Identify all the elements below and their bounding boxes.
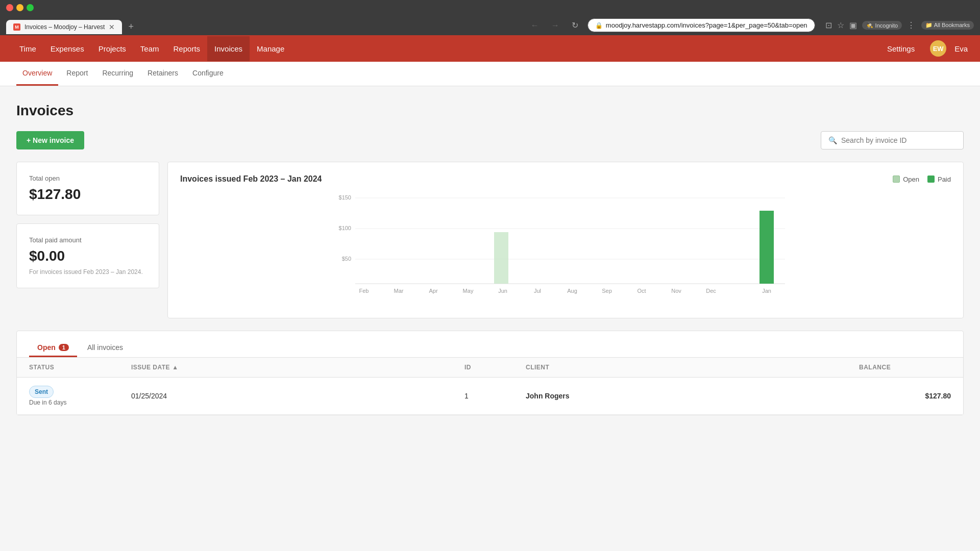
search-box[interactable]: 🔍 bbox=[821, 131, 964, 149]
total-open-value: $127.80 bbox=[29, 186, 146, 203]
nav-invoices[interactable]: Invoices bbox=[207, 36, 250, 61]
legend-open: Open bbox=[893, 176, 919, 183]
svg-text:Sep: Sep bbox=[602, 288, 612, 294]
nav-time[interactable]: Time bbox=[12, 36, 43, 61]
table-row[interactable]: Sent Due in 6 days 01/25/2024 1 John Rog… bbox=[17, 378, 963, 415]
address-bar[interactable]: 🔒 moodjoy.harvestapp.com/invoices?page=1… bbox=[587, 18, 815, 32]
chart-title: Invoices issued Feb 2023 – Jan 2024 bbox=[180, 174, 322, 184]
reload-button[interactable]: ↻ bbox=[569, 18, 581, 32]
active-browser-tab[interactable]: M Invoices – Moodjoy – Harvest ✕ bbox=[6, 20, 122, 34]
settings-link[interactable]: Settings bbox=[880, 36, 922, 61]
subnav-overview[interactable]: Overview bbox=[16, 62, 58, 86]
nav-manage[interactable]: Manage bbox=[250, 36, 291, 61]
svg-text:Jul: Jul bbox=[534, 288, 541, 294]
col-balance: Balance bbox=[859, 364, 951, 371]
app-nav: Time Expenses Projects Team Reports Invo… bbox=[0, 35, 980, 62]
client-name: John Rogers bbox=[526, 392, 570, 400]
col-client: Client bbox=[526, 364, 859, 371]
page-title: Invoices bbox=[16, 103, 964, 119]
invoices-tabs-row: Open 1 All invoices bbox=[17, 331, 963, 358]
browser-window-controls bbox=[0, 0, 980, 15]
col-status: Status bbox=[29, 364, 131, 371]
chart-bar-jan-paid bbox=[760, 211, 774, 284]
tab-open[interactable]: Open 1 bbox=[29, 339, 77, 357]
legend-open-color bbox=[893, 176, 900, 183]
forward-button[interactable]: → bbox=[548, 19, 562, 32]
status-badge: Sent bbox=[29, 386, 54, 398]
tab-all-label: All invoices bbox=[87, 343, 123, 352]
search-input[interactable] bbox=[841, 136, 956, 144]
total-open-card: Total open $127.80 bbox=[16, 162, 159, 215]
new-invoice-button[interactable]: + New invoice bbox=[16, 131, 84, 149]
subnav-configure[interactable]: Configure bbox=[186, 62, 230, 86]
tab-all[interactable]: All invoices bbox=[79, 339, 131, 357]
svg-text:May: May bbox=[463, 288, 474, 294]
subnav-recurring[interactable]: Recurring bbox=[96, 62, 139, 86]
incognito-badge: 🕵 Incognito bbox=[862, 21, 902, 30]
total-paid-card: Total paid amount $0.00 For invoices iss… bbox=[16, 223, 159, 288]
browser-tab-bar: M Invoices – Moodjoy – Harvest ✕ + ← → ↻… bbox=[0, 15, 980, 35]
chart-bar-jun-open bbox=[494, 232, 508, 284]
row-id: 1 bbox=[464, 392, 526, 400]
user-avatar: EW bbox=[930, 40, 946, 57]
chart-svg: $150 $100 $50 bbox=[180, 192, 951, 304]
legend-open-label: Open bbox=[903, 176, 919, 183]
tab-close-button[interactable]: ✕ bbox=[109, 23, 115, 31]
bookmarks-bar: 📁 All Bookmarks bbox=[921, 21, 974, 30]
chart-area: $150 $100 $50 bbox=[180, 192, 951, 306]
svg-text:Dec: Dec bbox=[706, 288, 716, 294]
svg-text:Mar: Mar bbox=[394, 288, 404, 294]
legend-paid-label: Paid bbox=[938, 176, 951, 183]
legend-paid: Paid bbox=[927, 176, 951, 183]
window-close-button[interactable] bbox=[6, 4, 13, 11]
subnav-report[interactable]: Report bbox=[60, 62, 94, 86]
main-content: Invoices + New invoice 🔍 Total open $127… bbox=[0, 86, 980, 535]
menu-icon[interactable]: ⋮ bbox=[907, 20, 915, 30]
svg-text:Jan: Jan bbox=[762, 288, 771, 294]
svg-text:$100: $100 bbox=[339, 225, 351, 231]
back-button[interactable]: ← bbox=[528, 19, 542, 32]
table-header: Status Issue date ▲ ID Client Balance bbox=[17, 358, 963, 378]
new-tab-button[interactable]: + bbox=[124, 21, 138, 32]
col-issue-date[interactable]: Issue date ▲ bbox=[131, 364, 464, 371]
sort-arrow-icon: ▲ bbox=[172, 364, 178, 371]
svg-text:$50: $50 bbox=[342, 256, 351, 262]
window-minimize-button[interactable] bbox=[16, 4, 23, 11]
svg-text:Apr: Apr bbox=[429, 288, 437, 294]
nav-reports[interactable]: Reports bbox=[166, 36, 208, 61]
url-text: moodjoy.harvestapp.com/invoices?page=1&p… bbox=[606, 21, 807, 29]
nav-team[interactable]: Team bbox=[133, 36, 166, 61]
invoices-section: Open 1 All invoices Status Issue date ▲ … bbox=[16, 331, 964, 415]
total-paid-note: For invoices issued Feb 2023 – Jan 2024. bbox=[29, 268, 146, 276]
window-maximize-button[interactable] bbox=[27, 4, 34, 11]
svg-text:Nov: Nov bbox=[671, 288, 681, 294]
search-icon: 🔍 bbox=[828, 136, 837, 144]
due-text: Due in 6 days bbox=[29, 399, 131, 406]
total-paid-label: Total paid amount bbox=[29, 236, 146, 244]
svg-text:$150: $150 bbox=[339, 194, 351, 201]
invoice-chart-card: Invoices issued Feb 2023 – Jan 2024 Open… bbox=[167, 162, 964, 318]
sidebar-icon[interactable]: ▣ bbox=[849, 20, 857, 30]
subnav-retainers[interactable]: Retainers bbox=[141, 62, 184, 86]
toolbar: + New invoice 🔍 bbox=[16, 131, 964, 149]
chart-legend: Open Paid bbox=[893, 176, 951, 183]
total-open-label: Total open bbox=[29, 174, 146, 182]
nav-expenses[interactable]: Expenses bbox=[43, 36, 91, 61]
lock-icon: 🔒 bbox=[595, 22, 603, 29]
legend-paid-color bbox=[927, 176, 935, 183]
row-issue-date: 01/25/2024 bbox=[131, 392, 464, 400]
svg-text:Oct: Oct bbox=[637, 288, 646, 294]
row-balance: $127.80 bbox=[859, 392, 951, 400]
cast-icon[interactable]: ⊡ bbox=[825, 20, 832, 30]
bookmark-star-icon[interactable]: ☆ bbox=[837, 20, 844, 30]
row-client: John Rogers bbox=[526, 392, 859, 400]
user-name: Eva bbox=[954, 44, 968, 53]
incognito-label: Incognito bbox=[875, 22, 898, 29]
col-id: ID bbox=[464, 364, 526, 371]
svg-text:Aug: Aug bbox=[567, 288, 577, 294]
stats-column: Total open $127.80 Total paid amount $0.… bbox=[16, 162, 159, 318]
nav-projects[interactable]: Projects bbox=[91, 36, 133, 61]
svg-text:Jun: Jun bbox=[498, 288, 507, 294]
tab-title: Invoices – Moodjoy – Harvest bbox=[24, 23, 105, 31]
tab-open-badge: 1 bbox=[59, 344, 69, 351]
